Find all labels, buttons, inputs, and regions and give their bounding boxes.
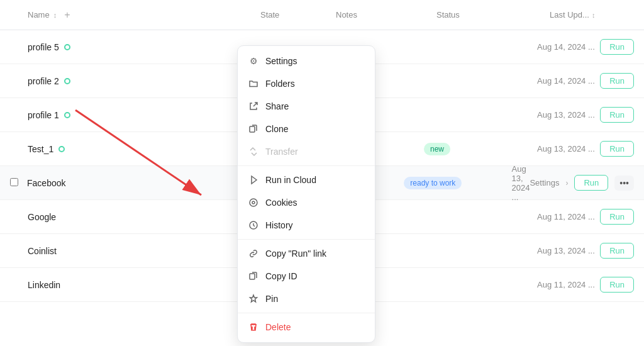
settings-menu-icon: ⚙ — [248, 55, 259, 67]
row-name-label: profile 5 — [28, 42, 59, 52]
menu-divider — [238, 313, 375, 313]
run-button[interactable]: Run — [600, 209, 634, 225]
row-lastupd-cell: Aug 14, 2024 ... — [537, 76, 600, 86]
transfer-menu-icon — [248, 146, 259, 157]
run-button[interactable]: Run — [600, 39, 634, 55]
lastupd-column-label: Last Upd... — [550, 10, 589, 20]
row-lastupd-cell: Aug 14, 2024 ... — [537, 42, 600, 52]
col-notes-header: Notes — [336, 10, 436, 20]
row-actions: Run — [600, 243, 634, 259]
col-name-header: Name ↕ + — [28, 9, 260, 21]
menu-item-copy-id[interactable]: Copy ID — [238, 265, 375, 287]
run-button[interactable]: Run — [600, 107, 634, 123]
svg-marker-3 — [252, 176, 257, 184]
menu-divider — [238, 239, 375, 240]
menu-item-share-label: Share — [265, 101, 289, 111]
row-name-label: Facebook — [27, 178, 65, 188]
row-lastupd-cell: Aug 13, 2024 ... — [537, 144, 600, 153]
row-lastupd-cell: Aug 11, 2024 ... — [537, 280, 600, 289]
row-actions: Run — [600, 39, 634, 55]
svg-rect-7 — [250, 274, 255, 279]
svg-point-4 — [250, 199, 257, 206]
menu-item-folders-label: Folders — [265, 79, 295, 89]
settings-link[interactable]: Settings — [530, 178, 559, 187]
menu-item-settings[interactable]: ⚙ Settings — [238, 50, 375, 72]
arrow-right-icon: › — [565, 179, 568, 187]
menu-item-delete-label: Delete — [265, 322, 291, 332]
row-name-cell: Facebook — [27, 178, 236, 188]
menu-item-history-label: History — [265, 220, 293, 230]
row-actions: Run — [600, 277, 634, 293]
history-menu-icon — [248, 220, 259, 231]
col-status-header: Status — [436, 10, 550, 20]
state-column-label: State — [260, 10, 279, 20]
menu-item-pin[interactable]: Pin — [238, 287, 375, 310]
active-indicator — [58, 146, 65, 152]
row-name-cell: Test_1 — [28, 144, 248, 154]
active-indicator — [64, 112, 70, 118]
folders-menu-icon — [248, 78, 259, 89]
menu-item-folders[interactable]: Folders — [238, 72, 375, 95]
run-button[interactable]: Run — [600, 277, 634, 293]
row-name-cell: Google — [28, 212, 248, 222]
menu-item-settings-label: Settings — [265, 56, 297, 66]
name-sort-icon[interactable]: ↕ — [53, 11, 57, 19]
run-in-cloud-menu-icon — [248, 174, 259, 186]
row-actions: Run — [600, 107, 634, 123]
row-name-label: Test_1 — [28, 144, 53, 154]
context-menu: ⚙ Settings Folders Share — [237, 45, 375, 343]
row-name-cell: Coinlist — [28, 246, 248, 256]
row-checkbox[interactable] — [10, 178, 18, 186]
row-name-label: profile 2 — [28, 76, 59, 86]
menu-item-cookies[interactable]: Cookies — [238, 191, 375, 214]
row-actions: Settings › Run ••• — [530, 175, 634, 191]
clone-menu-icon — [248, 123, 259, 135]
row-status-cell: ready to work — [404, 177, 511, 189]
name-column-label: Name — [28, 10, 50, 20]
run-button[interactable]: Run — [600, 243, 634, 259]
table-header: Name ↕ + State Notes Status Last Upd... … — [0, 0, 644, 30]
row-name-cell: profile 1 — [28, 110, 248, 120]
row-lastupd-cell: Aug 13, 2024 ... — [512, 164, 530, 202]
menu-item-run-in-cloud-label: Run in Cloud — [265, 175, 316, 185]
svg-point-5 — [252, 201, 255, 204]
status-badge-ready: ready to work — [404, 177, 462, 189]
more-options-button[interactable]: ••• — [614, 176, 634, 191]
col-state-header: State — [260, 10, 336, 20]
run-button[interactable]: Run — [574, 175, 608, 191]
menu-item-delete[interactable]: Delete — [238, 316, 375, 338]
row-status-cell: new — [424, 143, 537, 155]
share-menu-icon — [248, 101, 259, 112]
cookies-menu-icon — [248, 197, 259, 208]
menu-item-transfer: Transfer — [238, 140, 375, 163]
row-actions: Run — [600, 73, 634, 89]
add-row-icon[interactable]: + — [64, 9, 70, 21]
row-name-label: profile 1 — [28, 110, 59, 120]
menu-item-run-in-cloud[interactable]: Run in Cloud — [238, 169, 375, 191]
row-name-cell: Linkedin — [28, 280, 248, 290]
pin-menu-icon — [248, 293, 259, 304]
col-lastupd-header: Last Upd... ↕ — [550, 10, 634, 20]
menu-item-clone-label: Clone — [265, 124, 289, 134]
copy-id-menu-icon — [248, 271, 259, 282]
active-indicator — [64, 78, 70, 84]
menu-item-history[interactable]: History — [238, 214, 375, 237]
row-lastupd-cell: Aug 13, 2024 ... — [537, 246, 600, 255]
lastupd-sort-icon[interactable]: ↕ — [592, 11, 596, 19]
status-badge: new — [424, 143, 450, 155]
run-button[interactable]: Run — [600, 73, 634, 89]
row-name-cell: profile 2 — [28, 76, 248, 86]
menu-item-pin-label: Pin — [265, 294, 278, 304]
notes-column-label: Notes — [336, 10, 357, 20]
menu-item-share[interactable]: Share — [238, 95, 375, 118]
menu-item-copy-run-link-label: Copy "Run" link — [265, 248, 326, 259]
table-container: Name ↕ + State Notes Status Last Upd... … — [0, 0, 644, 346]
run-button[interactable]: Run — [600, 141, 634, 157]
row-actions: Run — [600, 141, 634, 157]
svg-rect-2 — [250, 126, 255, 132]
copy-run-link-menu-icon — [248, 248, 259, 259]
menu-item-clone[interactable]: Clone — [238, 118, 375, 140]
row-lastupd-cell: Aug 11, 2024 ... — [537, 212, 600, 221]
menu-item-copy-run-link[interactable]: Copy "Run" link — [238, 242, 375, 265]
delete-menu-icon — [248, 321, 259, 333]
